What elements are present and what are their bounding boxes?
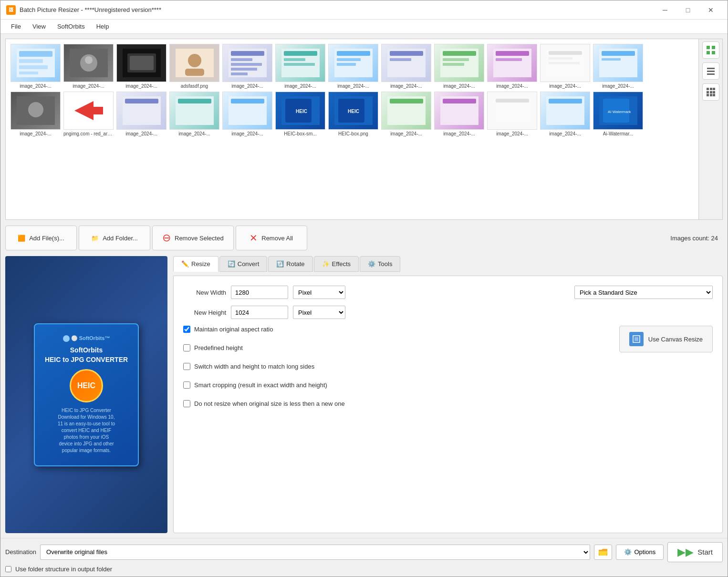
gallery-view-list[interactable]	[702, 62, 719, 80]
options-and-canvas: Maintain original aspect ratio Predefine…	[183, 326, 713, 413]
image-name: image_2024-...	[496, 83, 528, 89]
start-button[interactable]: ▶▶ Start	[667, 542, 723, 562]
gallery-view-grid[interactable]	[702, 83, 719, 101]
remove-selected-button[interactable]: ⊖ Remove Selected	[152, 226, 234, 250]
svg-rect-50	[125, 99, 158, 103]
list-item[interactable]: image_2024-...	[169, 92, 219, 136]
list-item[interactable]: image_2024-...	[222, 92, 272, 136]
image-name: image_2024-...	[602, 83, 634, 89]
svg-point-46	[28, 102, 43, 117]
list-item[interactable]: HEIC HEIC-box.png	[328, 92, 378, 136]
browse-folder-button[interactable]	[594, 545, 612, 560]
list-item[interactable]: image_2024-...	[10, 44, 61, 89]
new-height-input[interactable]	[231, 306, 288, 319]
image-thumbnail	[540, 44, 590, 82]
list-item[interactable]: image_2024-...	[487, 92, 537, 136]
svg-rect-40	[549, 57, 572, 60]
tab-rotate[interactable]: 🔃 Rotate	[268, 256, 312, 272]
predefined-height-checkbox[interactable]	[183, 344, 190, 351]
folder-structure-checkbox[interactable]	[5, 566, 11, 572]
tab-tools[interactable]: ⚙️ Tools	[360, 256, 400, 272]
minimize-button[interactable]: ─	[654, 3, 676, 17]
svg-rect-4	[19, 72, 38, 74]
svg-point-88	[63, 335, 70, 342]
gallery-view-icons[interactable]	[702, 41, 719, 59]
canvas-resize-button[interactable]: Use Canvas Resize	[619, 326, 713, 352]
product-name: SoftOrbits HEIC to JPG CONVERTER	[45, 346, 128, 364]
standard-size-select[interactable]: Pick a Standard Size	[574, 286, 713, 299]
svg-text:HEIC: HEIC	[296, 109, 307, 114]
svg-rect-76	[707, 68, 715, 69]
start-label: Start	[697, 548, 713, 556]
image-thumbnail	[169, 44, 219, 82]
menu-file[interactable]: File	[6, 21, 26, 31]
add-files-button[interactable]: 🟧 Add File(s)...	[5, 226, 77, 250]
maintain-aspect-checkbox[interactable]	[183, 326, 190, 333]
svg-rect-26	[337, 58, 361, 61]
svg-rect-22	[284, 58, 305, 61]
height-unit-select[interactable]: Pixel Percent Centimeter Inch	[293, 306, 345, 319]
list-item[interactable]: image_2024-...	[116, 44, 166, 89]
tab-convert[interactable]: 🔄 Convert	[219, 256, 268, 272]
svg-rect-73	[712, 46, 715, 49]
list-item[interactable]: image_2024-...	[116, 92, 166, 136]
list-item[interactable]: image_2024-...	[540, 92, 590, 136]
list-item[interactable]: image_2024-...	[593, 44, 643, 89]
list-item[interactable]: image_2024-...	[275, 44, 325, 89]
list-item[interactable]: image_2024-...	[222, 44, 272, 89]
destination-select[interactable]: Overwrite original files Save to folder …	[40, 545, 590, 560]
image-gallery-wrapper: image_2024-... image_2024-... image_2024…	[5, 39, 723, 220]
canvas-resize-label: Use Canvas Resize	[648, 336, 703, 343]
list-item[interactable]: image_2024-...	[487, 44, 537, 89]
predefined-height-label: Predefined height	[194, 344, 243, 351]
svg-rect-13	[185, 69, 204, 76]
image-name: image_2024-...	[20, 131, 52, 136]
add-folder-button[interactable]: 📁 Add Folder...	[79, 226, 150, 250]
image-thumbnail	[275, 44, 325, 82]
maximize-button[interactable]: □	[677, 3, 699, 17]
options-button[interactable]: ⚙️ Options	[616, 545, 664, 560]
image-name: image_2024-...	[549, 131, 581, 136]
list-item[interactable]: image_2024-...	[10, 92, 61, 136]
list-item[interactable]: image_2024-...	[381, 44, 431, 89]
list-item[interactable]: adsfasdf.png	[169, 44, 219, 89]
new-width-input[interactable]	[231, 286, 288, 299]
list-item[interactable]: pngimg.com - red_arrow_PN...	[63, 92, 114, 136]
add-folder-label: Add Folder...	[103, 235, 138, 242]
image-thumbnail: AI Watermark	[593, 92, 643, 130]
list-item[interactable]: image_2024-...	[328, 44, 378, 89]
list-item[interactable]: AI Watermark Ai-Watermar...	[593, 92, 643, 136]
list-item[interactable]: image_2024-...	[434, 92, 484, 136]
menu-view[interactable]: View	[28, 21, 51, 31]
svg-rect-84	[713, 91, 715, 93]
svg-text:HEIC: HEIC	[348, 109, 359, 114]
smart-cropping-checkbox[interactable]	[183, 381, 190, 389]
main-window: 🖼 Batch Picture Resizer - ****Unregister…	[0, 0, 728, 577]
start-icon: ▶▶	[677, 546, 694, 558]
image-thumbnail	[434, 44, 484, 82]
width-unit-select[interactable]: Pixel Percent Centimeter Inch	[293, 286, 345, 299]
svg-point-12	[188, 54, 201, 67]
list-item[interactable]: image_2024-...	[540, 44, 590, 89]
list-item[interactable]: image_2024-...	[63, 44, 114, 89]
svg-rect-78	[707, 73, 715, 75]
close-button[interactable]: ✕	[700, 3, 722, 17]
svg-rect-72	[707, 46, 710, 49]
tools-tab-icon: ⚙️	[368, 260, 375, 268]
list-item[interactable]: image_2024-...	[381, 92, 431, 136]
menu-help[interactable]: Help	[92, 21, 114, 31]
tab-resize[interactable]: ✏️ Resize	[173, 256, 218, 272]
svg-rect-75	[712, 51, 715, 54]
image-name: Ai-Watermar...	[603, 131, 634, 136]
tab-effects[interactable]: ✨ Effects	[314, 256, 359, 272]
menu-softorbits[interactable]: SoftOrbits	[52, 21, 90, 31]
image-name: image_2024-...	[73, 83, 104, 89]
svg-rect-27	[337, 63, 356, 66]
switch-checkbox[interactable]	[183, 363, 190, 370]
remove-all-button[interactable]: ✕ Remove All	[236, 226, 307, 250]
no-resize-checkbox[interactable]	[183, 400, 190, 407]
list-item[interactable]: HEIC HEIC-box-sm...	[275, 92, 325, 136]
image-name: image_2024-...	[178, 131, 210, 136]
list-item[interactable]: image_2024-...	[434, 44, 484, 89]
add-folder-icon: 📁	[91, 235, 99, 242]
